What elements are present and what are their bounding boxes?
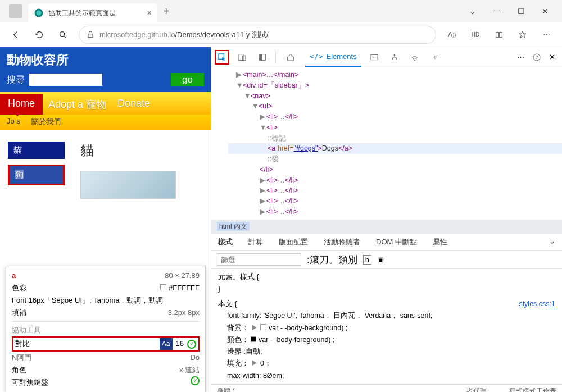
window-dropdown-icon[interactable]: ⌄: [469, 7, 476, 16]
tab-listeners[interactable]: 活動聆聽者: [324, 237, 360, 247]
nav-adopt[interactable]: Adopt a 寵物: [43, 94, 112, 115]
tab-styles[interactable]: 樣式: [218, 237, 233, 247]
tab-title: 協助工具的示範頁面是: [48, 8, 116, 18]
tab-dom-breakpoints[interactable]: DOM 中斷點: [376, 237, 417, 247]
sidebar-dogs[interactable]: 狗: [8, 165, 65, 185]
hd-icon[interactable]: HD: [468, 27, 483, 43]
svg-text:?: ?: [536, 54, 538, 60]
page-title: 動物收容所: [7, 52, 204, 69]
styles-rules[interactable]: 元素。樣式 { } 本文 {styles.css:1 font-family: …: [211, 269, 562, 384]
cls-h-icon[interactable]: h: [363, 255, 371, 265]
prop-font: font-family: 'Segoe UI', Tahoma， 日內瓦， Ve…: [218, 310, 555, 322]
tooltip-dims: 80 × 27.89: [165, 270, 200, 282]
new-rule-icon[interactable]: ▣: [377, 256, 384, 264]
svg-rect-8: [260, 54, 262, 60]
tooltip-role-label: 角色: [12, 364, 26, 376]
back-button[interactable]: [8, 27, 24, 43]
svg-rect-3: [88, 34, 93, 37]
nav-about[interactable]: 關於我們: [31, 117, 61, 127]
tab-computed[interactable]: 計算: [248, 237, 263, 247]
site-info-icon[interactable]: [86, 30, 95, 39]
secondary-nav: Jo s 關於我們: [0, 115, 211, 130]
styles-filter-row: :滾刀。類別 h ▣: [211, 251, 562, 269]
rendered-page: 動物收容所 搜尋 go Home Adopt a 寵物 Donate Jo s …: [0, 47, 211, 392]
tab-console[interactable]: [367, 50, 382, 65]
browser-tab[interactable]: 協助工具的示範頁面是 ×: [28, 3, 157, 22]
search-label: 搜尋: [7, 74, 25, 86]
tooltip-padding-value: 3.2px 8px: [168, 307, 200, 319]
reader-icon[interactable]: [491, 27, 507, 43]
inspect-tooltip: a80 × 27.89 色彩 #FFFFFF Font 16px「Segoe U…: [6, 266, 206, 392]
content-heading: 貓: [80, 142, 176, 159]
tab-close-button[interactable]: ×: [147, 8, 152, 17]
filter-input[interactable]: [217, 253, 301, 266]
svg-point-2: [60, 31, 65, 36]
tooltip-color-label: 色彩: [12, 282, 26, 294]
svg-point-11: [414, 60, 415, 61]
maximize-button[interactable]: ☐: [518, 7, 525, 16]
prop-maxwidth: max-width: 8Øem;: [218, 370, 555, 382]
svg-point-10: [393, 54, 395, 56]
close-window-button[interactable]: ✕: [542, 7, 549, 16]
swatch-icon: [251, 336, 256, 342]
inspect-element-button[interactable]: [215, 50, 229, 65]
stylesheet-link[interactable]: styles.css:1: [519, 298, 555, 310]
favorite-icon[interactable]: [515, 27, 531, 43]
element-style-rule: 元素。樣式 {: [218, 271, 555, 283]
page-header: 動物收容所 搜尋 go: [0, 47, 211, 92]
go-button[interactable]: go: [171, 73, 204, 86]
tab-sources[interactable]: [387, 50, 402, 65]
pseudo-before: ::標記: [228, 133, 562, 144]
edge-icon: [34, 8, 44, 18]
address-bar[interactable]: microsoftedge.github.io/Demos/devtools-a…: [79, 26, 436, 44]
nav-home[interactable]: Home: [0, 94, 43, 115]
cls-toggle[interactable]: :滾刀。類別: [307, 253, 357, 266]
devtools-more-icon[interactable]: ⋯: [517, 53, 524, 61]
tab-properties[interactable]: 屬性: [433, 237, 447, 247]
devtools-settings-icon[interactable]: ?: [532, 53, 541, 62]
tab-elements[interactable]: </>Elements: [305, 47, 361, 67]
selected-node[interactable]: <a href="#dogs">Dogs</a>: [228, 143, 562, 154]
tab-welcome[interactable]: [282, 47, 300, 67]
svg-rect-6: [243, 56, 246, 60]
tooltip-color-value: #FFFFFF: [169, 284, 200, 292]
search-input[interactable]: [29, 74, 102, 86]
color-swatch-icon: [160, 284, 166, 290]
tab-network[interactable]: [407, 50, 422, 65]
styles-tabs: 樣式 計算 版面配置 活動聆聽者 DOM 中斷點 屬性 ⌄: [211, 234, 562, 251]
dom-tree[interactable]: ▶<main>…</main> ▼<div id=「sidebar」> ▼<na…: [211, 67, 562, 220]
dom-breadcrumb[interactable]: html 內文: [211, 220, 562, 234]
tab-layout[interactable]: 版面配置: [279, 237, 308, 247]
refresh-button[interactable]: [31, 27, 47, 43]
tabs-overflow-icon[interactable]: ⌄: [549, 237, 555, 247]
swatch-icon: [260, 324, 266, 330]
primary-nav: Home Adopt a 寵物 Donate: [0, 92, 211, 115]
tooltip-name-label: N阿門: [12, 352, 31, 364]
check-icon: ✓: [191, 376, 200, 385]
tooltip-font: Font 16px「Segoe UI」, Tahoma，動詞，動詞: [12, 294, 200, 307]
tooltip-contrast-label: 對比: [15, 338, 30, 350]
profile-avatar[interactable]: [9, 4, 22, 18]
styles-footer: 身體 ( 者代理 程式樣式工作表: [211, 384, 562, 392]
devtools-close-icon[interactable]: ✕: [549, 53, 555, 61]
minimize-button[interactable]: —: [493, 7, 501, 16]
tooltip-contrast-value: 16: [176, 338, 184, 350]
check-icon: ✓: [187, 340, 196, 349]
content-image: [80, 171, 176, 199]
body-selector: 本文 {: [218, 300, 237, 308]
sidebar-cats[interactable]: 貓: [8, 142, 65, 159]
more-menu-icon[interactable]: ⋯: [538, 27, 554, 43]
tooltip-focus-label: 可對焦鍵盤: [12, 376, 48, 389]
dock-button[interactable]: [255, 50, 270, 65]
tooltip-contrast-row: 對比 Aa 16 ✓: [12, 336, 200, 351]
device-toolbar-button[interactable]: [235, 50, 250, 65]
new-tab-button[interactable]: +: [163, 5, 170, 18]
svg-rect-9: [371, 54, 378, 60]
tooltip-padding-label: 填補: [12, 307, 26, 319]
read-aloud-icon[interactable]: A)): [444, 27, 460, 43]
nav-donate[interactable]: Donate: [112, 94, 156, 115]
tab-more[interactable]: +: [428, 50, 442, 65]
search-button[interactable]: [55, 27, 71, 43]
page-sidebar: 貓 狗: [0, 142, 65, 199]
pseudo-after: ::後: [228, 154, 562, 165]
